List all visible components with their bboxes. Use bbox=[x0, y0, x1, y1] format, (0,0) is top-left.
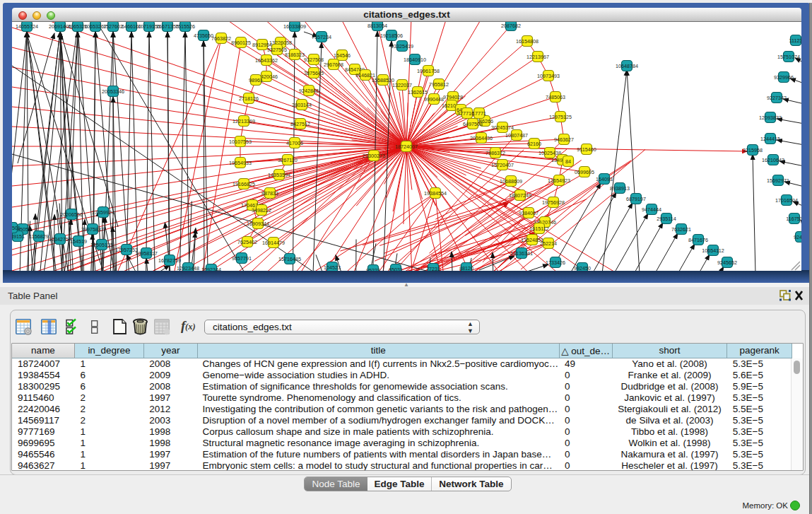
svg-text:10688609: 10688609 bbox=[500, 178, 522, 185]
svg-text:417006: 417006 bbox=[286, 140, 303, 146]
svg-text:(x): (x) bbox=[185, 322, 196, 332]
svg-text:9857791: 9857791 bbox=[232, 255, 252, 262]
svg-text:16154808: 16154808 bbox=[516, 38, 539, 45]
svg-text:1292344: 1292344 bbox=[201, 267, 221, 271]
svg-text:18640910: 18640910 bbox=[404, 57, 426, 63]
svg-text:116753: 116753 bbox=[786, 216, 801, 222]
svg-text:3215958: 3215958 bbox=[743, 147, 763, 153]
svg-text:84: 84 bbox=[565, 158, 571, 165]
svg-text:8186323: 8186323 bbox=[285, 52, 305, 58]
svg-text:1322037: 1322037 bbox=[392, 82, 412, 88]
svg-text:6879197: 6879197 bbox=[626, 196, 646, 202]
svg-text:2967608: 2967608 bbox=[324, 62, 343, 68]
svg-text:7357234: 7357234 bbox=[312, 34, 331, 40]
svg-text:7515526: 7515526 bbox=[175, 23, 195, 30]
svg-text:10648784: 10648784 bbox=[616, 63, 638, 69]
svg-text:12213967: 12213967 bbox=[526, 54, 549, 60]
svg-text:98961: 98961 bbox=[249, 77, 263, 83]
svg-text:9327508: 9327508 bbox=[304, 57, 324, 63]
svg-text:14136341: 14136341 bbox=[510, 250, 533, 257]
svg-text:7663822: 7663822 bbox=[211, 35, 231, 42]
svg-text:7485063: 7485063 bbox=[546, 94, 565, 100]
svg-text:65031: 65031 bbox=[389, 267, 403, 271]
svg-text:17957253: 17957253 bbox=[115, 247, 138, 253]
svg-text:9115460: 9115460 bbox=[577, 146, 596, 153]
svg-text:159501: 159501 bbox=[12, 225, 20, 231]
svg-text:16909344: 16909344 bbox=[247, 221, 269, 227]
svg-text:14055724: 14055724 bbox=[16, 23, 38, 30]
svg-text:30245374: 30245374 bbox=[491, 124, 514, 131]
svg-text:3875645: 3875645 bbox=[304, 70, 324, 76]
svg-text:10958117: 10958117 bbox=[135, 250, 157, 257]
svg-text:88120: 88120 bbox=[459, 265, 473, 271]
svg-text:887833: 887833 bbox=[261, 190, 278, 197]
svg-text:9474444: 9474444 bbox=[642, 206, 661, 213]
svg-text:14353594: 14353594 bbox=[268, 172, 290, 178]
svg-text:164093: 164093 bbox=[596, 176, 613, 182]
svg-text:0699695: 0699695 bbox=[575, 169, 594, 175]
svg-text:8938913: 8938913 bbox=[610, 185, 630, 192]
svg-text:92450: 92450 bbox=[794, 234, 801, 240]
svg-text:8471676: 8471676 bbox=[688, 237, 708, 243]
svg-text:1156829: 1156829 bbox=[29, 233, 48, 240]
svg-text:17016504: 17016504 bbox=[775, 197, 798, 204]
svg-text:16033809: 16033809 bbox=[283, 23, 306, 30]
svg-text:7625402: 7625402 bbox=[237, 239, 257, 245]
svg-text:10025438: 10025438 bbox=[539, 150, 561, 156]
svg-text:15720407: 15720407 bbox=[491, 162, 514, 168]
svg-text:15751074: 15751074 bbox=[777, 54, 800, 60]
svg-text:12342757: 12342757 bbox=[49, 236, 71, 243]
svg-text:2935114: 2935114 bbox=[657, 216, 676, 222]
svg-text:13654923: 13654923 bbox=[548, 177, 570, 184]
svg-text:7955812: 7955812 bbox=[429, 81, 449, 88]
svg-text:9227342: 9227342 bbox=[767, 95, 787, 101]
svg-text:19218506: 19218506 bbox=[380, 33, 403, 39]
svg-text:104523: 104523 bbox=[324, 264, 341, 271]
svg-text:17359924: 17359924 bbox=[92, 209, 114, 216]
svg-text:95223: 95223 bbox=[366, 267, 380, 271]
svg-text:62160: 62160 bbox=[527, 141, 541, 147]
svg-text:7632621: 7632621 bbox=[671, 226, 691, 233]
svg-text:20053346: 20053346 bbox=[102, 88, 124, 95]
svg-text:4735650: 4735650 bbox=[194, 33, 213, 39]
svg-text:1615112: 1615112 bbox=[529, 226, 548, 232]
svg-text:10107553: 10107553 bbox=[229, 139, 252, 145]
svg-text:154546: 154546 bbox=[334, 52, 351, 59]
svg-text:16543362: 16543362 bbox=[255, 57, 278, 64]
svg-text:39151: 39151 bbox=[12, 233, 25, 240]
svg-text:15588520: 15588520 bbox=[372, 77, 394, 83]
svg-text:20206556: 20206556 bbox=[60, 211, 83, 218]
svg-text:12975125: 12975125 bbox=[549, 114, 572, 120]
svg-text:77231: 77231 bbox=[426, 266, 440, 271]
svg-text:18807249: 18807249 bbox=[509, 192, 531, 199]
svg-text:16210643: 16210643 bbox=[762, 157, 784, 163]
svg-text:39975887: 39975887 bbox=[81, 226, 104, 233]
svg-text:11123: 11123 bbox=[789, 37, 801, 44]
svg-text:3267110: 3267110 bbox=[278, 157, 297, 163]
svg-text:7986372: 7986372 bbox=[486, 150, 505, 156]
svg-text:12923448: 12923448 bbox=[177, 265, 199, 271]
svg-text:10654112: 10654112 bbox=[702, 247, 724, 254]
svg-text:252214: 252214 bbox=[540, 240, 557, 247]
svg-text:16914479: 16914479 bbox=[262, 240, 285, 246]
svg-text:8813054: 8813054 bbox=[367, 23, 387, 29]
svg-text:8960125: 8960125 bbox=[231, 40, 251, 46]
svg-text:12505135: 12505135 bbox=[90, 242, 113, 248]
svg-text:9327505: 9327505 bbox=[267, 47, 287, 53]
svg-text:1733426: 1733426 bbox=[546, 259, 565, 266]
svg-text:9242848: 9242848 bbox=[299, 88, 319, 94]
svg-text:9990448: 9990448 bbox=[424, 96, 444, 103]
svg-text:9384067: 9384067 bbox=[519, 210, 539, 216]
svg-text:2718126: 2718126 bbox=[239, 95, 259, 102]
svg-text:19384554: 19384554 bbox=[424, 190, 447, 197]
svg-text:20364436: 20364436 bbox=[470, 135, 493, 141]
svg-text:18724007: 18724007 bbox=[395, 144, 418, 150]
svg-text:19654933: 19654933 bbox=[229, 160, 252, 166]
svg-text:23300273: 23300273 bbox=[363, 153, 385, 159]
svg-text:8427512: 8427512 bbox=[290, 121, 310, 127]
svg-text:16782759: 16782759 bbox=[158, 257, 181, 264]
svg-text:2803144: 2803144 bbox=[292, 102, 312, 108]
svg-text:1244415: 1244415 bbox=[760, 136, 780, 142]
svg-text:1362615: 1362615 bbox=[408, 89, 428, 95]
svg-text:2087682: 2087682 bbox=[501, 23, 521, 29]
